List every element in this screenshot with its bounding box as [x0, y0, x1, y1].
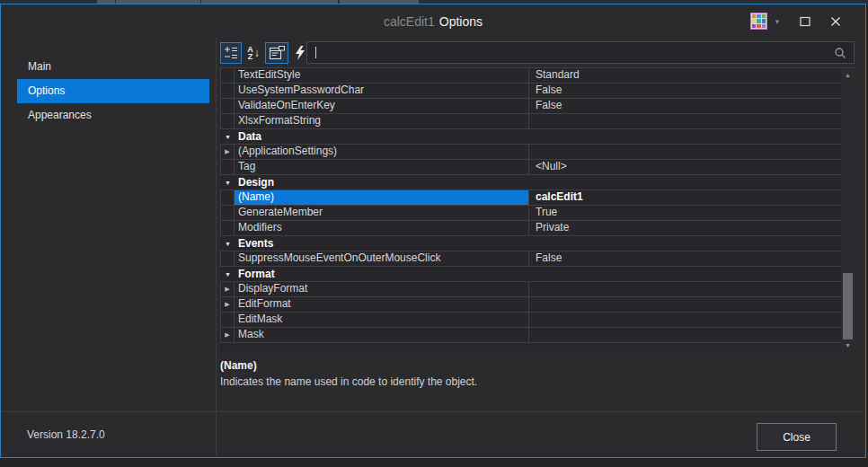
dialog-title: Options: [439, 14, 483, 29]
property-value-cell[interactable]: True: [529, 206, 841, 220]
maximize-button[interactable]: [797, 13, 813, 31]
property-name-cell[interactable]: TextEditStyle: [235, 68, 529, 83]
close-window-button[interactable]: [828, 13, 844, 31]
collapse-icon[interactable]: ▼: [221, 175, 235, 189]
property-pages-button[interactable]: [265, 42, 288, 64]
category-row[interactable]: ▼Events: [220, 236, 841, 251]
property-name-cell[interactable]: UseSystemPasswordChar: [235, 84, 529, 98]
lightning-icon: [294, 46, 306, 60]
property-value-cell[interactable]: [529, 145, 841, 159]
category-label: Events: [235, 236, 273, 251]
maximize-icon: [800, 16, 810, 27]
property-value-cell[interactable]: calcEdit1: [529, 190, 841, 205]
property-value-cell[interactable]: [529, 297, 841, 312]
category-row[interactable]: ▼Format: [220, 267, 841, 282]
sidebar-item-options[interactable]: Options: [17, 79, 209, 103]
property-name-cell[interactable]: Mask: [235, 328, 529, 342]
property-grid-rows: TextEditStyleStandardUseSystemPasswordCh…: [220, 68, 841, 343]
property-name-cell[interactable]: EditFormat: [235, 297, 529, 312]
property-name-cell[interactable]: GenerateMember: [235, 206, 529, 220]
show-events-button[interactable]: [290, 42, 308, 64]
property-page-icon: [269, 46, 285, 60]
scroll-up-icon[interactable]: ▲: [841, 68, 855, 81]
expand-icon[interactable]: ▶: [221, 328, 235, 342]
close-button[interactable]: Close: [757, 423, 837, 451]
search-input[interactable]: [316, 42, 834, 63]
property-row[interactable]: XlsxFormatString: [220, 114, 841, 129]
expand-icon[interactable]: ▶: [221, 145, 235, 159]
property-name-cell[interactable]: EditMask: [235, 313, 529, 327]
property-description-panel: (Name) Indicates the name used in code t…: [220, 359, 849, 388]
collapse-icon[interactable]: ▼: [221, 267, 235, 281]
row-gutter: [221, 313, 235, 327]
property-value-cell[interactable]: [529, 313, 841, 327]
property-row[interactable]: Tag<Null>: [220, 160, 841, 175]
close-icon: [830, 16, 841, 27]
property-row[interactable]: TextEditStyleStandard: [220, 68, 841, 84]
property-value-cell[interactable]: False: [529, 99, 841, 113]
property-value-cell[interactable]: [529, 328, 841, 342]
categorized-view-button[interactable]: [220, 42, 242, 64]
category-label: Format: [235, 267, 275, 281]
title-bar: calcEdit1 Options ▾: [1, 4, 865, 38]
chevron-down-icon[interactable]: ▾: [772, 17, 783, 26]
property-value-cell[interactable]: Private: [529, 221, 841, 235]
scroll-down-icon[interactable]: ▼: [841, 339, 855, 351]
palette-color-cell: [762, 19, 766, 22]
category-sidebar: Main Options Appearances: [1, 38, 216, 411]
alphabetical-sort-button[interactable]: AZ↓: [244, 42, 263, 64]
property-name-cell[interactable]: DisplayFormat: [235, 282, 529, 296]
property-value-cell[interactable]: <Null>: [529, 160, 841, 174]
row-gutter: [221, 221, 235, 235]
collapse-icon[interactable]: ▼: [221, 236, 235, 251]
property-name-cell[interactable]: Modifiers: [235, 221, 529, 235]
search-icon[interactable]: [834, 47, 846, 59]
footer-bar: Version 18.2.7.0 Close: [1, 411, 865, 457]
row-gutter: [221, 160, 235, 174]
property-value-cell[interactable]: Standard: [529, 68, 841, 83]
property-row[interactable]: ▶EditFormat: [220, 297, 841, 313]
palette-color-cell: [752, 14, 756, 18]
property-row[interactable]: ValidateOnEnterKeyFalse: [220, 99, 841, 114]
sort-arrow-icon: ↓: [254, 48, 260, 58]
property-name-cell[interactable]: Tag: [235, 160, 529, 174]
property-name-cell[interactable]: (Name): [235, 190, 529, 205]
scrollbar-thumb[interactable]: [843, 273, 853, 339]
palette-color-cell: [757, 14, 760, 18]
palette-color-cell: [752, 24, 756, 28]
vertical-scrollbar[interactable]: ▲ ▼: [841, 68, 855, 351]
property-row[interactable]: UseSystemPasswordCharFalse: [220, 84, 841, 99]
property-row[interactable]: ModifiersPrivate: [220, 221, 841, 236]
property-row[interactable]: ▶Mask: [220, 328, 841, 343]
property-row[interactable]: GenerateMemberTrue: [220, 206, 841, 221]
category-row[interactable]: ▼Design: [220, 175, 841, 190]
sidebar-divider: [216, 38, 217, 455]
row-gutter: [221, 114, 235, 128]
row-gutter: [221, 99, 235, 113]
property-value-cell[interactable]: False: [529, 84, 841, 98]
property-name-cell[interactable]: SuppressMouseEventOnOuterMouseClick: [235, 251, 529, 266]
property-row[interactable]: SuppressMouseEventOnOuterMouseClickFalse: [220, 251, 841, 267]
property-name-cell[interactable]: ValidateOnEnterKey: [235, 99, 529, 113]
dialog-title-object: calcEdit1: [384, 14, 435, 29]
property-row[interactable]: (Name)calcEdit1: [220, 190, 841, 206]
property-row[interactable]: ▶(ApplicationSettings): [220, 145, 841, 160]
property-value-cell[interactable]: [529, 282, 841, 296]
property-value-cell[interactable]: [529, 114, 841, 128]
category-label: Design: [235, 175, 274, 189]
skin-palette-icon[interactable]: [750, 13, 767, 30]
property-row[interactable]: EditMask: [220, 313, 841, 328]
property-name-cell[interactable]: (ApplicationSettings): [235, 145, 529, 159]
expand-icon[interactable]: ▶: [221, 297, 235, 312]
category-row[interactable]: ▼Data: [220, 129, 841, 145]
property-name-cell[interactable]: XlsxFormatString: [235, 114, 529, 128]
row-gutter: [221, 190, 235, 205]
sidebar-item-main[interactable]: Main: [17, 55, 209, 79]
sidebar-item-appearances[interactable]: Appearances: [17, 103, 209, 128]
version-label: Version 18.2.7.0: [27, 428, 105, 441]
row-gutter: [221, 68, 235, 83]
property-value-cell[interactable]: False: [529, 251, 841, 266]
expand-icon[interactable]: ▶: [221, 282, 235, 296]
collapse-icon[interactable]: ▼: [221, 129, 235, 144]
property-row[interactable]: ▶DisplayFormat: [220, 282, 841, 297]
